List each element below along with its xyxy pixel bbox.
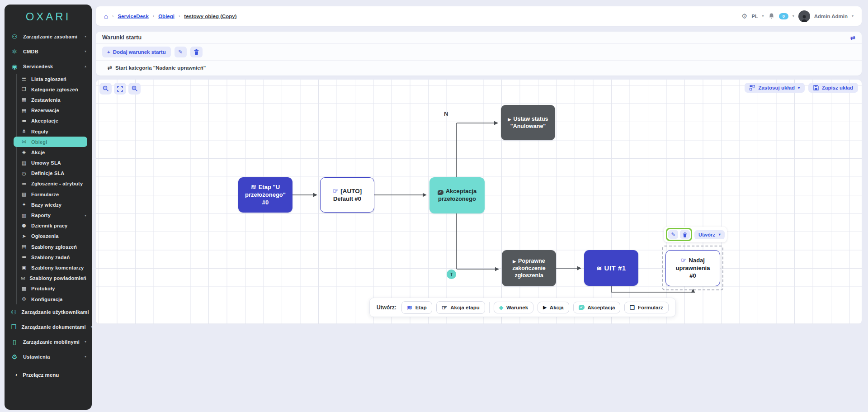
sidebar-item-label: Lista zgłoszeń xyxy=(31,76,86,82)
add-start-condition-label: Dodaj warunek startu xyxy=(113,49,166,55)
sidebar-item[interactable]: ⋔ Reguły xyxy=(5,126,92,137)
edit-node-button[interactable]: ✎ xyxy=(668,230,678,239)
sidebar-item[interactable]: ◈ Akcje xyxy=(5,147,92,157)
sidebar-item[interactable]: ≔ Szablony zadań xyxy=(5,252,92,262)
sidebar-item[interactable]: ◉ Servicedesk ▴ xyxy=(5,59,92,74)
pencil-icon: ✎ xyxy=(671,232,675,237)
sidebar-toggle[interactable]: ‹ Przełącz menu xyxy=(15,371,92,378)
zoom-in-button[interactable] xyxy=(128,83,141,95)
node-label: Ustaw status "Anulowane" xyxy=(510,116,548,129)
approval-bubble-icon: ✔ xyxy=(438,190,443,195)
edit-start-condition-button[interactable]: ✎ xyxy=(175,47,187,57)
breadcrumb-items: › ServiceDesk › Obiegi › testowy obieg (… xyxy=(112,14,237,19)
sidebar-item[interactable]: ⚇ Zarządzanie użytkownikami ▾ xyxy=(5,304,92,319)
zoom-out-button[interactable] xyxy=(99,83,112,95)
chevron-down-icon[interactable]: ▾ xyxy=(852,14,854,18)
sidebar-item[interactable]: ▣ Szablony komentarzy xyxy=(5,262,92,273)
ticket-categories-icon: ❐ xyxy=(21,86,27,92)
sidebar-item[interactable]: ▤ Umowy SLA xyxy=(5,158,92,168)
condition-icon: ◆ xyxy=(499,305,503,310)
sidebar-item[interactable]: ≔ Zgłoszenie - atrybuty xyxy=(5,179,92,189)
layers-icon: ≋ xyxy=(596,265,602,272)
sidebar-item-label: Szablony powiadomień xyxy=(29,275,86,281)
create-akcja-button[interactable]: ▶ Akcja xyxy=(538,302,569,313)
chevron-down-icon[interactable]: ▾ xyxy=(793,14,794,18)
sidebar-item[interactable]: ⚛ CMDB ▾ xyxy=(5,44,92,59)
breadcrumb-current[interactable]: testowy obieg (Copy) xyxy=(184,14,236,19)
sidebar-item[interactable]: ✦ Bazy wiedzy xyxy=(5,199,92,210)
breadcrumb-separator: › xyxy=(153,14,154,19)
node-grant-permissions[interactable]: ☞Nadaj uprawnienia #0 xyxy=(665,250,720,286)
notification-badge[interactable]: 0 xyxy=(779,13,788,19)
create-toolbar-buttons: ≋ Etap ☞ Akcja etapu xyxy=(401,301,669,314)
start-condition-row[interactable]: ⇄ Start kategoria "Nadanie uprawnień" xyxy=(96,61,862,75)
node-create-button[interactable]: Utwórz ▾ xyxy=(694,230,725,239)
node-stage-uit[interactable]: ≋UIT #1 xyxy=(584,250,638,286)
sidebar-item[interactable]: ⚙ Ustawienia ▾ xyxy=(5,349,92,364)
hand-icon: ☞ xyxy=(681,256,687,264)
sidebar-item-label: Konfiguracja xyxy=(31,297,86,302)
create-formularz-button[interactable]: ❏ Formularz xyxy=(624,302,668,313)
sidebar-item[interactable]: ≔ Akceptacje xyxy=(5,116,92,126)
start-conditions-panel: Warunki startu ⇄ + Dodaj warunek startu … xyxy=(96,32,862,76)
sidebar-item[interactable]: ▤ Formularze xyxy=(5,189,92,199)
sidebar-item[interactable]: ◷ Definicje SLA xyxy=(5,168,92,179)
create-toolbar-label: Utwórz: xyxy=(377,304,396,311)
save-layout-label: Zapisz układ xyxy=(822,85,853,90)
language-selector[interactable]: PL xyxy=(752,14,758,19)
sidebar-item-label: Ustawienia xyxy=(23,354,80,360)
node-set-status-anulowane[interactable]: ▶Ustaw status "Anulowane" xyxy=(501,105,555,140)
create-etap-button[interactable]: ≋ Etap xyxy=(401,301,432,314)
node-correct-finish[interactable]: ▶Poprawne zakończenie zgłoszenia xyxy=(502,250,556,286)
sidebar-item-label: Reguły xyxy=(31,129,86,134)
sync-icon[interactable]: ⇄ xyxy=(850,34,855,41)
avatar[interactable] xyxy=(798,10,810,22)
sidebar-item[interactable]: ✉ Szablony powiadomień xyxy=(5,273,92,284)
sidebar-menu: ⚇ Zarządzanie zasobami ▾ ⚛ CMDB ▾ ◉ Serv… xyxy=(5,29,92,364)
sidebar-item[interactable]: ⋈ Obiegi xyxy=(14,137,87,147)
create-warunek-button[interactable]: ◆ Warunek xyxy=(494,302,533,313)
sidebar-item[interactable]: ▤ Rezerwacje xyxy=(5,105,92,116)
breadcrumb-obiegi[interactable]: Obiegi xyxy=(158,14,175,19)
delete-start-condition-button[interactable] xyxy=(190,47,203,57)
gear-icon[interactable]: ⚙ xyxy=(741,12,747,20)
sidebar-item[interactable]: ▦ Zestawienia xyxy=(5,95,92,105)
add-start-condition-button[interactable]: + Dodaj warunek startu xyxy=(102,47,171,57)
sidebar-item[interactable]: ☰ Lista zgłoszeń xyxy=(5,74,92,84)
rules-icon: ⋔ xyxy=(21,128,27,134)
create-akcja-etapu-button[interactable]: ☞ Akcja etapu xyxy=(436,301,485,314)
sidebar-item[interactable]: ➤ Ogłoszenia xyxy=(5,231,92,242)
workflow-canvas[interactable]: Zastosuj układ ▾ Zapisz układ ≋Etap "U p… xyxy=(96,80,862,324)
node-stage-przelozonego[interactable]: ≋Etap "U przełożonego" #0 xyxy=(238,177,292,213)
bell-icon[interactable] xyxy=(768,13,775,19)
delete-node-button[interactable] xyxy=(680,230,690,239)
sidebar-item-label: CMDB xyxy=(23,49,80,54)
sidebar-item[interactable]: ▤ Szablony zgłoszeń xyxy=(5,242,92,252)
sidebar-item[interactable]: ⚉ Dziennik pracy xyxy=(5,221,92,231)
user-name[interactable]: Admin Admin xyxy=(814,14,848,19)
sidebar-item[interactable]: ⚇ Zarządzanie zasobami ▾ xyxy=(5,29,92,44)
save-icon xyxy=(813,85,819,90)
create-akceptacja-button[interactable]: ✔ Akceptacja xyxy=(573,302,621,313)
sidebar-item[interactable]: ❐ Zarządzanie dokumentami ▾ xyxy=(5,319,92,334)
chevron-down-icon[interactable]: ▾ xyxy=(762,14,764,18)
sidebar-item[interactable]: ⚙ Konfiguracja xyxy=(5,294,92,304)
sidebar-item[interactable]: ❐ Kategorie zgłoszeń xyxy=(5,84,92,95)
apply-layout-button[interactable]: Zastosuj układ ▾ xyxy=(745,83,805,93)
sidebar-item-label: Kategorie zgłoszeń xyxy=(31,87,86,92)
home-icon[interactable]: ⌂ xyxy=(104,13,108,19)
fit-view-button[interactable] xyxy=(114,83,126,95)
sidebar-item[interactable]: ▩ Protokoły xyxy=(5,284,92,294)
node-auto-default[interactable]: ☞[AUTO] Default #0 xyxy=(320,177,374,213)
breadcrumb-servicedesk[interactable]: ServiceDesk xyxy=(118,14,148,19)
breadcrumb-item: › testowy obieg (Copy) xyxy=(179,14,237,19)
save-layout-button[interactable]: Zapisz układ xyxy=(808,83,858,93)
start-conditions-header: Warunki startu ⇄ xyxy=(96,32,862,44)
sidebar-item[interactable]: ▯ Zarządzanie mobilnymi ▾ xyxy=(5,334,92,349)
sidebar-item[interactable]: ▥ Raporty ▾ xyxy=(5,210,92,220)
create-button-label: Warunek xyxy=(506,305,528,310)
assets-icon: ⚇ xyxy=(11,33,18,40)
node-approval-przelozonego[interactable]: ✔Akceptacja przełożonego xyxy=(429,177,485,213)
sidebar-item-label: Rezerwacje xyxy=(31,108,86,113)
comment-templates-icon: ▣ xyxy=(21,265,27,270)
